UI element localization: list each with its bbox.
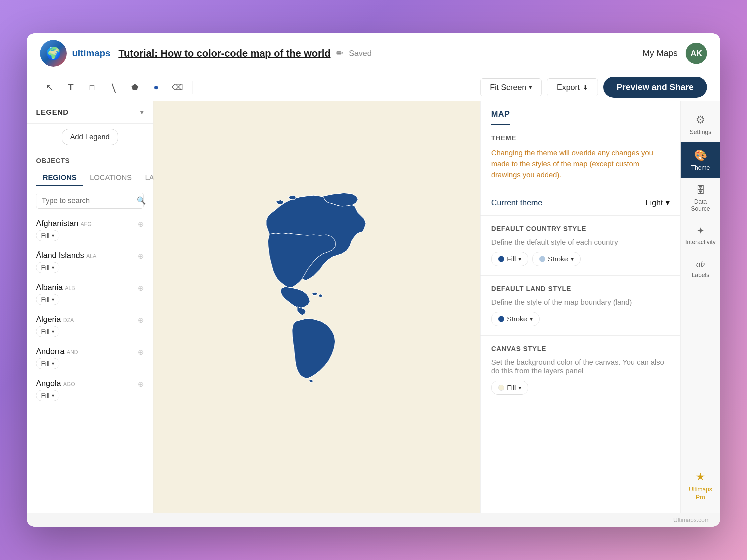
circle-tool[interactable]: ●: [147, 78, 165, 97]
line-tool[interactable]: |: [101, 75, 125, 99]
pin-icon: ⊕: [138, 284, 144, 293]
list-item: Albania ALB Fill ▾ ⊕: [36, 278, 144, 310]
theme-section-title: THEME: [491, 134, 670, 142]
country-style-title: DEFAULT COUNTRY STYLE: [491, 225, 670, 233]
canvas-style-title: CANVAS STYLE: [491, 345, 670, 353]
country-code: AND: [67, 349, 78, 355]
map-tab[interactable]: MAP: [491, 109, 510, 125]
land-style-desc: Define the style of the map boundary (la…: [491, 298, 670, 306]
country-list: Afghanistan AFG Fill ▾ ⊕ Åland Islands A…: [36, 214, 144, 513]
fill-badge[interactable]: Fill ▾: [36, 262, 59, 273]
data-source-icon: 🗄: [696, 185, 705, 196]
avatar[interactable]: AK: [686, 43, 707, 64]
preview-share-label: Preview and Share: [617, 82, 694, 92]
fill-badge[interactable]: Fill ▾: [36, 326, 59, 337]
left-sidebar: LEGEND ▾ Add Legend OBJECTS REGIONS LOCA…: [27, 101, 153, 513]
canvas-fill-dot: [498, 385, 504, 391]
sidebar-theme-label: Theme: [691, 164, 710, 171]
land-stroke-pill[interactable]: Stroke ▾: [491, 312, 540, 326]
edit-icon[interactable]: ✏: [336, 48, 343, 59]
country-name: Angola: [36, 379, 63, 388]
search-input[interactable]: [42, 196, 133, 205]
tab-row: REGIONS LOCATIONS LAYERS: [36, 170, 144, 186]
default-land-style-section: DEFAULT LAND STYLE Define the style of t…: [481, 276, 680, 336]
ultimaps-pro-icon: ★: [696, 470, 705, 483]
pin-icon: ⊕: [138, 380, 144, 389]
canvas-fill-pill[interactable]: Fill ▾: [491, 381, 528, 395]
labels-icon: ab: [696, 259, 705, 269]
toolbar-separator: [192, 81, 192, 94]
select-tool[interactable]: ↖: [40, 78, 59, 97]
main-content: LEGEND ▾ Add Legend OBJECTS REGIONS LOCA…: [27, 101, 720, 513]
export-label: Export: [557, 83, 579, 92]
search-icon[interactable]: 🔍: [137, 196, 146, 205]
sidebar-data-label: DataSource: [691, 198, 710, 212]
country-name: Andorra: [36, 347, 67, 356]
current-theme-row: Current theme Light ▾: [481, 190, 680, 216]
sidebar-item-ultimaps-pro[interactable]: ★ UltimapsPro: [680, 464, 720, 508]
theme-select-dropdown[interactable]: Light ▾: [646, 198, 670, 207]
country-name: Albania: [36, 283, 65, 292]
fill-badge[interactable]: Fill ▾: [36, 358, 59, 369]
title-area: Tutorial: How to color-code map of the w…: [119, 48, 634, 59]
legend-chevron: ▾: [140, 108, 144, 117]
text-tool[interactable]: T: [61, 78, 80, 97]
eraser-tool[interactable]: ⌫: [168, 78, 187, 97]
footer-bar: Ultimaps.com: [27, 513, 720, 527]
map-area[interactable]: [153, 101, 480, 513]
pin-icon: ⊕: [138, 316, 144, 325]
stroke-pill[interactable]: Stroke ▾: [532, 252, 581, 266]
country-code: AFG: [80, 221, 92, 227]
list-item: Angola AGO Fill ▾ ⊕: [36, 374, 144, 406]
icon-sidebar: ⚙ Settings 🎨 Theme 🗄 DataSource ✦ Intera…: [680, 101, 720, 513]
rectangle-tool[interactable]: □: [83, 78, 101, 97]
sidebar-item-settings[interactable]: ⚙ Settings: [680, 107, 720, 142]
tab-locations[interactable]: LOCATIONS: [83, 170, 138, 186]
country-style-controls: Fill ▾ Stroke ▾: [491, 252, 670, 266]
ultimaps-pro-label: UltimapsPro: [689, 486, 712, 501]
fill-tool[interactable]: ⬟: [125, 78, 144, 97]
settings-icon: ⚙: [696, 113, 705, 126]
fill-badge[interactable]: Fill ▾: [36, 294, 59, 305]
theme-icon: 🎨: [694, 149, 707, 162]
fill-badge[interactable]: Fill ▾: [36, 390, 59, 401]
country-name: Algeria: [36, 315, 63, 324]
sidebar-item-labels[interactable]: ab Labels: [680, 252, 720, 285]
search-bar: 🔍: [36, 193, 144, 209]
theme-config-section: THEME Changing the theme will overide an…: [481, 125, 680, 190]
canvas-style-desc: Set the background color of the canvas. …: [491, 358, 670, 375]
country-name: Afghanistan: [36, 219, 80, 228]
land-style-controls: Stroke ▾: [491, 312, 670, 326]
preview-share-button[interactable]: Preview and Share: [603, 77, 707, 98]
header: 🌍 ultimaps Tutorial: How to color-code m…: [27, 33, 720, 73]
land-style-title: DEFAULT LAND STYLE: [491, 285, 670, 293]
theme-warning: Changing the theme will overide any chan…: [491, 147, 670, 180]
list-item: Andorra AND Fill ▾ ⊕: [36, 342, 144, 374]
fit-screen-button[interactable]: Fit Screen ▾: [480, 78, 542, 96]
current-theme-label: Current theme: [491, 198, 542, 207]
map-title: Tutorial: How to color-code map of the w…: [119, 48, 331, 59]
stroke-color-dot: [539, 256, 545, 262]
map-svg-container: [153, 101, 480, 513]
my-maps-link[interactable]: My Maps: [643, 48, 678, 58]
fill-chevron: ▾: [519, 256, 521, 262]
add-legend-button[interactable]: Add Legend: [62, 129, 118, 145]
header-right: My Maps AK: [643, 43, 707, 64]
sidebar-interactivity-label: Interactivity: [685, 239, 716, 246]
land-stroke-chevron: ▾: [530, 316, 533, 322]
fill-badge[interactable]: Fill ▾: [36, 230, 59, 241]
tab-regions[interactable]: REGIONS: [36, 170, 83, 186]
sidebar-item-data-source[interactable]: 🗄 DataSource: [680, 178, 720, 219]
sidebar-item-theme[interactable]: 🎨 Theme: [680, 142, 720, 178]
fit-screen-chevron: ▾: [529, 84, 532, 91]
fit-screen-label: Fit Screen: [490, 83, 526, 92]
theme-value: Light: [646, 198, 663, 207]
sidebar-item-interactivity[interactable]: ✦ Interactivity: [680, 219, 720, 252]
theme-chevron-icon: ▾: [666, 198, 670, 207]
fill-pill[interactable]: Fill ▾: [491, 252, 528, 266]
theme-panel: MAP THEME Changing the theme will overid…: [481, 101, 680, 513]
fill-color-dot: [498, 256, 504, 262]
legend-header: LEGEND ▾: [27, 101, 153, 124]
country-code: ALB: [65, 285, 75, 291]
export-button[interactable]: Export ⬇: [547, 78, 598, 96]
